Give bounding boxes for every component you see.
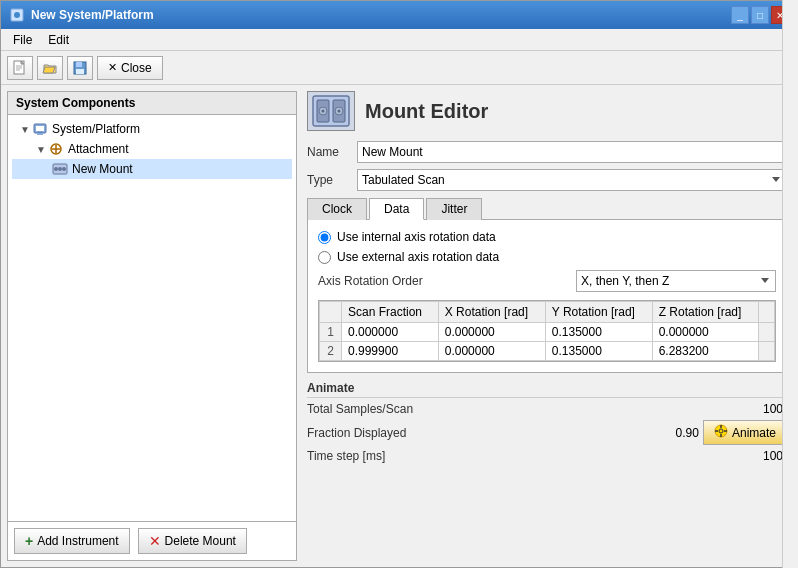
fraction-row: Fraction Displayed 0.90 xyxy=(307,420,787,445)
animate-btn-label: Animate xyxy=(732,426,776,440)
fraction-label: Fraction Displayed xyxy=(307,426,623,440)
tree-item-attachment[interactable]: ▼ Attachment xyxy=(12,139,292,159)
timestep-label: Time step [ms] xyxy=(307,449,707,463)
minimize-button[interactable]: _ xyxy=(731,6,749,24)
timestep-value: 100 xyxy=(707,449,787,463)
tabs: Clock Data Jitter xyxy=(307,197,787,219)
tree-label-mount: New Mount xyxy=(72,162,133,176)
svg-point-18 xyxy=(54,167,58,171)
row1-x[interactable]: 0.000000 xyxy=(438,323,545,342)
attachment-icon xyxy=(48,141,64,157)
name-row: Name xyxy=(307,141,787,163)
svg-point-26 xyxy=(322,110,325,113)
tab-clock[interactable]: Clock xyxy=(307,198,367,220)
svg-point-20 xyxy=(62,167,66,171)
expand-arrow: ▼ xyxy=(20,124,30,135)
svg-rect-13 xyxy=(37,133,43,135)
close-icon: ✕ xyxy=(108,61,117,74)
right-panel: Mount Editor Name Type Tabulated Scan Fi… xyxy=(303,85,797,567)
title-bar: New System/Platform _ □ ✕ xyxy=(1,1,797,29)
add-icon: + xyxy=(25,533,33,549)
scroll-cell-2 xyxy=(759,342,775,361)
title-bar-icon xyxy=(9,7,25,23)
data-table-container: Scan Fraction X Rotation [rad] Y Rotatio… xyxy=(318,300,776,362)
add-instrument-button[interactable]: + Add Instrument xyxy=(14,528,130,554)
svg-point-19 xyxy=(58,167,62,171)
new-button[interactable] xyxy=(7,56,33,80)
tree-item-mount[interactable]: New Mount xyxy=(12,159,292,179)
delete-mount-button[interactable]: ✕ Delete Mount xyxy=(138,528,247,554)
tab-data[interactable]: Data xyxy=(369,198,424,220)
menu-file[interactable]: File xyxy=(5,31,40,49)
col-num xyxy=(320,302,342,323)
row1-scan[interactable]: 0.000000 xyxy=(342,323,439,342)
animate-button[interactable]: Animate xyxy=(703,420,787,445)
total-samples-value: 100 xyxy=(707,402,787,416)
editor-title: Mount Editor xyxy=(365,100,488,123)
close-button[interactable]: ✕ Close xyxy=(97,56,163,80)
window-title: New System/Platform xyxy=(31,8,731,22)
timestep-row: Time step [ms] 100 xyxy=(307,449,787,463)
radio-internal[interactable] xyxy=(318,231,331,244)
panel-title: System Components xyxy=(8,92,296,115)
main-content: System Components ▼ System/Platform xyxy=(1,85,797,567)
axis-rotation-label: Axis Rotation Order xyxy=(318,274,576,288)
system-icon xyxy=(32,121,48,137)
row1-z[interactable]: 0.000000 xyxy=(652,323,758,342)
tab-jitter[interactable]: Jitter xyxy=(426,198,482,220)
animate-header: Animate xyxy=(307,381,787,398)
radio-internal-label: Use internal axis rotation data xyxy=(337,230,496,244)
animate-section: Animate Total Samples/Scan 100 Fraction … xyxy=(307,381,787,467)
name-label: Name xyxy=(307,145,357,159)
row1-y[interactable]: 0.135000 xyxy=(545,323,652,342)
row2-y[interactable]: 0.135000 xyxy=(545,342,652,361)
tabs-container: Clock Data Jitter Use internal axis rota… xyxy=(307,197,787,373)
svg-point-1 xyxy=(14,12,20,18)
svg-rect-11 xyxy=(36,126,44,131)
radio-external-label: Use external axis rotation data xyxy=(337,250,499,264)
maximize-button[interactable]: □ xyxy=(751,6,769,24)
row2-scan[interactable]: 0.999900 xyxy=(342,342,439,361)
row2-z[interactable]: 6.283200 xyxy=(652,342,758,361)
toolbar: ✕ Close xyxy=(1,51,797,85)
tree-label-attachment: Attachment xyxy=(68,142,129,156)
name-input[interactable] xyxy=(357,141,787,163)
mount-icon xyxy=(52,161,68,177)
type-select[interactable]: Tabulated Scan Fixed Rotating xyxy=(357,169,787,191)
row-num-1: 1 xyxy=(320,323,342,342)
menu-bar: File Edit xyxy=(1,29,797,51)
col-y: Y Rotation [rad] xyxy=(545,302,652,323)
svg-rect-9 xyxy=(76,69,84,74)
type-row: Type Tabulated Scan Fixed Rotating xyxy=(307,169,787,191)
bottom-buttons: + Add Instrument ✕ Delete Mount xyxy=(8,521,296,560)
title-bar-controls: _ □ ✕ xyxy=(731,6,789,24)
radio-internal-row: Use internal axis rotation data xyxy=(318,230,776,244)
tree-label-system: System/Platform xyxy=(52,122,140,136)
col-z: Z Rotation [rad] xyxy=(652,302,758,323)
tab-content: Use internal axis rotation data Use exte… xyxy=(307,219,787,373)
close-label: Close xyxy=(121,61,152,75)
animate-icon xyxy=(714,424,728,441)
fraction-value: 0.90 xyxy=(623,426,703,440)
mount-editor-icon xyxy=(307,91,355,131)
editor-header: Mount Editor xyxy=(307,91,787,131)
total-samples-label: Total Samples/Scan xyxy=(307,402,707,416)
radio-external[interactable] xyxy=(318,251,331,264)
type-label: Type xyxy=(307,173,357,187)
radio-external-row: Use external axis rotation data xyxy=(318,250,776,264)
main-window: New System/Platform _ □ ✕ File Edit xyxy=(0,0,798,568)
svg-rect-8 xyxy=(76,62,82,67)
tree-area: ▼ System/Platform ▼ xyxy=(8,115,296,521)
row2-x[interactable]: 0.000000 xyxy=(438,342,545,361)
svg-point-27 xyxy=(338,110,341,113)
total-samples-row: Total Samples/Scan 100 xyxy=(307,402,787,416)
open-button[interactable] xyxy=(37,56,63,80)
data-table: Scan Fraction X Rotation [rad] Y Rotatio… xyxy=(319,301,775,361)
tree-item-system[interactable]: ▼ System/Platform xyxy=(12,119,292,139)
axis-rotation-select[interactable]: X, then Y, then Z Y, then X, then Z Z, t… xyxy=(576,270,776,292)
expand-arrow-2: ▼ xyxy=(36,144,46,155)
menu-edit[interactable]: Edit xyxy=(40,31,77,49)
save-button[interactable] xyxy=(67,56,93,80)
row-num-2: 2 xyxy=(320,342,342,361)
col-x: X Rotation [rad] xyxy=(438,302,545,323)
